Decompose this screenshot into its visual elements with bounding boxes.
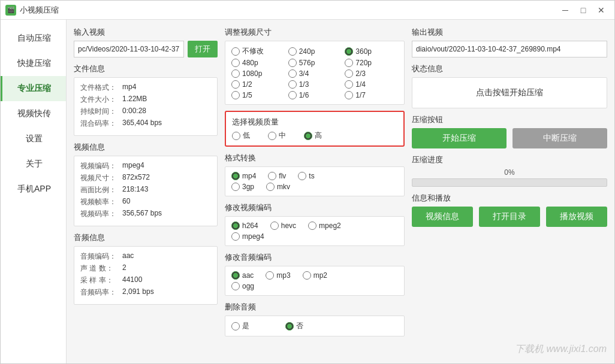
resize-section: 调整视频尺寸 不修改 240p 360p <box>225 27 405 105</box>
quality-low[interactable]: 低 <box>232 131 250 141</box>
quality-label: 选择视频质量 <box>232 117 397 128</box>
resize-1-5[interactable]: 1/5 <box>231 91 285 99</box>
quality-section: 选择视频质量 低 中 高 <box>225 111 405 147</box>
close-button[interactable]: ✕ <box>593 3 610 17</box>
columns-row: 输入视频 打开 文件信息 文件格式： mp4 <box>74 27 607 356</box>
format-mkv[interactable]: mkv <box>266 183 290 191</box>
acodec-ogg[interactable]: ogg <box>231 282 254 290</box>
output-path[interactable] <box>412 41 607 57</box>
aspect-ratio-value: 218:143 <box>122 185 148 195</box>
resize-none[interactable]: 不修改 <box>231 46 285 56</box>
sidebar-item-about[interactable]: 关于 <box>1 151 66 177</box>
format-flv[interactable]: flv <box>268 172 286 180</box>
progress-label: 压缩进度 <box>412 154 607 165</box>
duration-value: 0:00:28 <box>122 107 146 117</box>
file-format-value: mp4 <box>122 83 136 93</box>
remove-audio-yes[interactable]: 是 <box>231 321 249 331</box>
input-path[interactable] <box>74 41 184 57</box>
format-3gp[interactable]: 3gp <box>231 183 254 191</box>
remove-audio-no[interactable]: 否 <box>285 321 303 331</box>
sidebar-item-app[interactable]: 手机APP <box>1 177 66 202</box>
play-video-button[interactable]: 播放视频 <box>546 207 607 227</box>
audio-info-label: 音频信息 <box>74 232 218 243</box>
acodec-mp2[interactable]: mp2 <box>303 271 327 280</box>
resize-720p[interactable]: 720p <box>345 59 398 67</box>
file-info-label: 文件信息 <box>74 63 218 74</box>
input-video-label: 输入视频 <box>74 27 218 38</box>
output-section: 输出视频 <box>412 27 607 57</box>
vcodec-h264[interactable]: h264 <box>231 222 258 230</box>
audio-codec-value: aac <box>122 251 134 262</box>
format-mp4[interactable]: mp4 <box>231 172 256 180</box>
file-size-row: 文件大小： 1.22MB <box>80 95 211 105</box>
title-controls: ─ □ ✕ <box>557 3 610 17</box>
vcodec-mpeg2[interactable]: mpeg2 <box>308 222 341 230</box>
resize-1-4[interactable]: 1/4 <box>345 80 398 89</box>
quality-radio-row: 低 中 高 <box>232 131 397 141</box>
app-icon: 🎬 <box>5 5 16 16</box>
content-area: 输入视频 打开 文件信息 文件格式： mp4 <box>67 20 614 363</box>
format-label: 格式转换 <box>225 153 405 163</box>
title-bar: 🎬 小视频压缩 ─ □ ✕ <box>1 1 614 20</box>
main-content: 自动压缩 快捷压缩 专业压缩 视频快传 设置 关于 手机APP <box>1 20 614 363</box>
file-size-value: 1.22MB <box>122 95 147 105</box>
audio-bitrate-value: 2,091 bps <box>122 287 154 298</box>
actions-btn-row: 视频信息 打开目录 播放视频 <box>412 207 607 227</box>
resize-1-7[interactable]: 1/7 <box>345 91 398 99</box>
sidebar-item-auto[interactable]: 自动压缩 <box>1 26 66 51</box>
video-info-section: 视频信息 视频编码： mpeg4 视频尺寸： 872x572 画 <box>74 142 218 226</box>
remove-audio-label: 删除音频 <box>225 302 405 313</box>
quality-mid[interactable]: 中 <box>268 131 286 141</box>
quality-high[interactable]: 高 <box>304 131 322 141</box>
maximize-button[interactable]: □ <box>575 3 592 17</box>
progress-percent: 0% <box>412 168 607 177</box>
mixed-bitrate-row: 混合码率： 365,404 bps <box>80 119 211 129</box>
resize-576p[interactable]: 576p <box>288 59 342 67</box>
vcodec-mpeg4[interactable]: mpeg4 <box>231 232 264 241</box>
resize-1-3[interactable]: 1/3 <box>288 80 342 89</box>
resize-240p[interactable]: 240p <box>288 46 342 56</box>
compress-btn-label: 压缩按钮 <box>412 114 607 125</box>
remove-audio-section: 删除音频 是 否 <box>225 302 405 336</box>
open-dir-button[interactable]: 打开目录 <box>479 207 540 227</box>
framerate-value: 60 <box>122 197 130 207</box>
quality-box: 选择视频质量 低 中 高 <box>225 111 405 147</box>
format-ts[interactable]: ts <box>298 172 314 180</box>
sidebar-item-quick[interactable]: 快捷压缩 <box>1 51 66 76</box>
video-info-box: 视频编码： mpeg4 视频尺寸： 872x572 画面比例： 218:143 <box>74 156 218 226</box>
open-button[interactable]: 打开 <box>188 41 218 57</box>
video-bitrate-value: 356,567 bps <box>122 209 162 219</box>
video-codec-label: 修改视频编码 <box>225 202 405 213</box>
audio-channels-value: 2 <box>122 263 126 274</box>
vcodec-hevc[interactable]: hevc <box>270 222 296 230</box>
resize-1-2[interactable]: 1/2 <box>231 80 285 89</box>
status-section: 状态信息 点击按钮开始压缩 <box>412 63 607 108</box>
resize-3-4[interactable]: 3/4 <box>288 69 342 78</box>
status-box: 点击按钮开始压缩 <box>412 77 607 108</box>
actions-section: 信息和播放 视频信息 打开目录 播放视频 <box>412 193 607 227</box>
audio-codec-box: aac mp3 mp2 <box>225 266 405 296</box>
audio-info-section: 音频信息 音频编码： aac 声 道 数： 2 采 样 <box>74 232 218 305</box>
start-compress-button[interactable]: 开始压缩 <box>412 128 507 148</box>
resize-1-6[interactable]: 1/6 <box>288 91 342 99</box>
video-info-button[interactable]: 视频信息 <box>412 207 473 227</box>
middle-column: 调整视频尺寸 不修改 240p 360p <box>225 27 405 356</box>
resize-480p[interactable]: 480p <box>231 59 285 67</box>
acodec-mp3[interactable]: mp3 <box>266 271 290 280</box>
sidebar-item-transfer[interactable]: 视频快传 <box>1 101 66 126</box>
sidebar-item-pro[interactable]: 专业压缩 <box>1 76 66 101</box>
format-box: mp4 flv ts <box>225 166 405 196</box>
resize-360p[interactable]: 360p <box>345 46 398 56</box>
status-label: 状态信息 <box>412 63 607 74</box>
output-label: 输出视频 <box>412 27 607 38</box>
sample-rate-value: 44100 <box>122 275 142 286</box>
resize-2-3[interactable]: 2/3 <box>345 69 398 78</box>
file-format-row: 文件格式： mp4 <box>80 83 211 93</box>
resize-1080p[interactable]: 1080p <box>231 69 285 78</box>
acodec-aac[interactable]: aac <box>231 271 254 280</box>
minimize-button[interactable]: ─ <box>557 3 574 17</box>
stop-compress-button[interactable]: 中断压缩 <box>512 128 607 148</box>
file-info-section: 文件信息 文件格式： mp4 文件大小： 1.22MB 持续时间 <box>74 63 218 136</box>
sidebar-item-settings[interactable]: 设置 <box>1 126 66 151</box>
format-section: 格式转换 mp4 flv ts <box>225 153 405 196</box>
